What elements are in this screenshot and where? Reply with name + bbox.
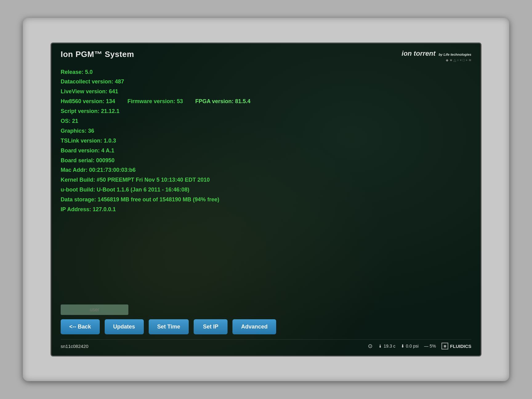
- info-hw-line: Hw8560 version: 134 Firmware version: 53…: [61, 97, 471, 106]
- info-ip-address: IP Address: 127.0.0.1: [61, 205, 471, 214]
- info-tslink: TSLink version: 1.0.3: [61, 137, 471, 145]
- set-ip-button[interactable]: Set IP: [194, 319, 228, 334]
- system-title: Ion PGM™ System: [61, 50, 134, 59]
- info-liveview: LiveView version: 641: [61, 87, 471, 96]
- device-outer: Ion PGM™ System ion torrent by Life tech…: [23, 18, 509, 381]
- user-input[interactable]: [61, 304, 128, 315]
- advanced-button[interactable]: Advanced: [232, 319, 276, 334]
- pressure-icon: ⬇: [401, 344, 405, 349]
- status-temp: 🌡 19.3 c: [378, 344, 395, 349]
- info-kernel-build: Kernel Build: #50 PREEMPT Fri Nov 5 10:1…: [61, 176, 471, 184]
- info-firmware: Firmware version: 53: [127, 97, 183, 106]
- header: Ion PGM™ System ion torrent by Life tech…: [61, 50, 471, 62]
- updates-button[interactable]: Updates: [105, 319, 144, 334]
- level-value: 5%: [430, 344, 436, 349]
- back-button[interactable]: <-- Back: [61, 319, 100, 334]
- info-section: Release: 5.0 Datacollect version: 487 Li…: [61, 68, 471, 301]
- brand-icons: ◆ ★ △ ○ × □ + ≋: [402, 58, 471, 62]
- button-row: <-- Back Updates Set Time Set IP Advance…: [61, 319, 471, 334]
- info-fpga: FPGA version: 81.5.4: [195, 97, 250, 106]
- user-input-wrap: [61, 304, 471, 315]
- info-release: Release: 5.0: [61, 68, 471, 77]
- temp-icon: 🌡: [378, 344, 382, 349]
- info-hw8560: Hw8560 version: 134: [61, 97, 115, 106]
- info-board-serial: Board serial: 000950: [61, 156, 471, 165]
- fluidics-text: FLUIDICS: [450, 344, 471, 349]
- status-level: — 5%: [424, 344, 436, 349]
- brand-logo: ion torrent by Life technologies ◆ ★ △ ○…: [402, 50, 471, 62]
- info-script: Script version: 21.12.1: [61, 107, 471, 116]
- status-icons: ⊙ 🌡 19.3 c ⬇ 0.0 psi — 5% ⊞ FLUIDICS: [368, 343, 471, 349]
- temp-value: 19.3 c: [384, 344, 395, 349]
- info-mac-addr: Mac Addr: 00:21:73:00:03:b6: [61, 166, 471, 175]
- bottom-section: <-- Back Updates Set Time Set IP Advance…: [61, 304, 471, 334]
- info-board-version: Board version: 4 A.1: [61, 147, 471, 155]
- screen: Ion PGM™ System ion torrent by Life tech…: [50, 42, 482, 357]
- serial-number: sn11c082420: [61, 344, 88, 349]
- info-data-storage: Data storage: 1456819 MB free out of 154…: [61, 195, 471, 204]
- network-icon: ⊙: [368, 343, 373, 349]
- fluidics-icon: ⊞: [441, 343, 448, 349]
- info-os: OS: 21: [61, 117, 471, 126]
- status-pressure: ⬇ 0.0 psi: [401, 344, 418, 349]
- brand-ion: ion torrent by Life technologies: [402, 50, 471, 58]
- level-icon: —: [424, 344, 429, 349]
- pressure-value: 0.0 psi: [406, 344, 418, 349]
- info-uboot-build: u-boot Build: U-Boot 1.1.6 (Jan 6 2011 -…: [61, 186, 471, 194]
- status-bar: sn11c082420 ⊙ 🌡 19.3 c ⬇ 0.0 psi — 5%: [61, 339, 471, 349]
- set-time-button[interactable]: Set Time: [149, 319, 189, 334]
- info-datacollect: Datacollect version: 487: [61, 78, 471, 86]
- status-network: ⊙: [368, 343, 373, 349]
- brand-life: by Life technologies: [439, 53, 471, 56]
- fluidics-label: ⊞ FLUIDICS: [441, 343, 471, 349]
- info-graphics: Graphics: 36: [61, 127, 471, 135]
